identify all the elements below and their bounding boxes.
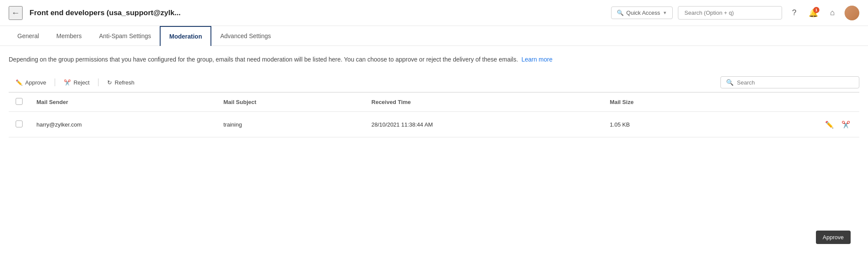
row-mail-sender: harry@zylker.com — [30, 112, 217, 137]
row-mail-size: 1.05 KB — [603, 112, 722, 137]
approve-icon: ✏️ — [16, 79, 23, 86]
global-search-input[interactable] — [678, 6, 782, 20]
column-header-actions — [722, 93, 859, 112]
tabs-bar: General Members Anti-Spam Settings Moder… — [0, 26, 868, 46]
mail-table: Mail Sender Mail Subject Received Time M… — [9, 92, 859, 137]
search-icon: 🔍 — [726, 79, 733, 86]
row-mail-subject: training — [217, 112, 365, 137]
reject-icon: ✂️ — [64, 79, 71, 86]
row-actions-cell: ✏️ ✂️ — [722, 112, 859, 137]
content-area: Depending on the group permissions that … — [0, 46, 868, 137]
quick-access-label: Quick Access — [626, 10, 660, 16]
row-received-time: 28/10/2021 11:38:44 AM — [365, 112, 603, 137]
tab-advanced-settings[interactable]: Advanced Settings — [211, 26, 279, 46]
home-button[interactable]: ⌂ — [825, 6, 839, 20]
home-icon: ⌂ — [830, 8, 835, 17]
tab-anti-spam[interactable]: Anti-Spam Settings — [90, 26, 160, 46]
row-approve-button[interactable]: ✏️ — [823, 118, 836, 131]
row-actions: ✏️ ✂️ — [729, 118, 852, 131]
search-box: 🔍 — [720, 76, 859, 88]
quick-access-button[interactable]: 🔍 Quick Access ▼ — [611, 7, 673, 19]
chevron-down-icon: ▼ — [663, 10, 667, 15]
toolbar-separator-1 — [55, 78, 55, 86]
avatar-image — [845, 6, 859, 20]
column-header-checkbox — [9, 93, 30, 112]
table-header-row: Mail Sender Mail Subject Received Time M… — [9, 93, 859, 112]
column-header-mail-subject: Mail Subject — [217, 93, 365, 112]
approve-button[interactable]: ✏️ Approve — [9, 77, 53, 88]
refresh-icon: ↻ — [107, 79, 112, 86]
user-avatar[interactable] — [845, 6, 859, 20]
toolbar-separator-2 — [98, 78, 99, 86]
header-right: 🔍 Quick Access ▼ ? 🔔 1 ⌂ — [611, 6, 859, 20]
select-all-checkbox[interactable] — [16, 98, 23, 105]
help-button[interactable]: ? — [787, 6, 801, 20]
column-header-mail-sender: Mail Sender — [30, 93, 217, 112]
header: ← Front end developers (usa_support@zylk… — [0, 0, 868, 26]
description-text: Depending on the group permissions that … — [9, 55, 859, 64]
table-row: harry@zylker.com training 28/10/2021 11:… — [9, 112, 859, 137]
reject-button[interactable]: ✂️ Reject — [57, 77, 96, 88]
toolbar: ✏️ Approve ✂️ Reject ↻ Refresh 🔍 — [9, 73, 859, 92]
row-reject-button[interactable]: ✂️ — [839, 118, 852, 131]
notifications-button[interactable]: 🔔 1 — [806, 6, 820, 20]
search-input[interactable] — [737, 79, 854, 86]
row-checkbox[interactable] — [16, 120, 23, 127]
notification-badge: 1 — [813, 7, 819, 13]
refresh-button[interactable]: ↻ Refresh — [100, 77, 141, 88]
column-header-received-time: Received Time — [365, 93, 603, 112]
search-icon: 🔍 — [617, 10, 624, 16]
tab-general[interactable]: General — [9, 26, 48, 46]
back-button[interactable]: ← — [9, 6, 23, 20]
learn-more-link[interactable]: Learn more — [521, 56, 552, 63]
page-title: Front end developers (usa_support@zylk..… — [30, 9, 181, 17]
row-checkbox-cell — [9, 112, 30, 137]
tab-moderation[interactable]: Moderation — [160, 26, 211, 46]
tab-members[interactable]: Members — [48, 26, 90, 46]
column-header-mail-size: Mail Size — [603, 93, 722, 112]
